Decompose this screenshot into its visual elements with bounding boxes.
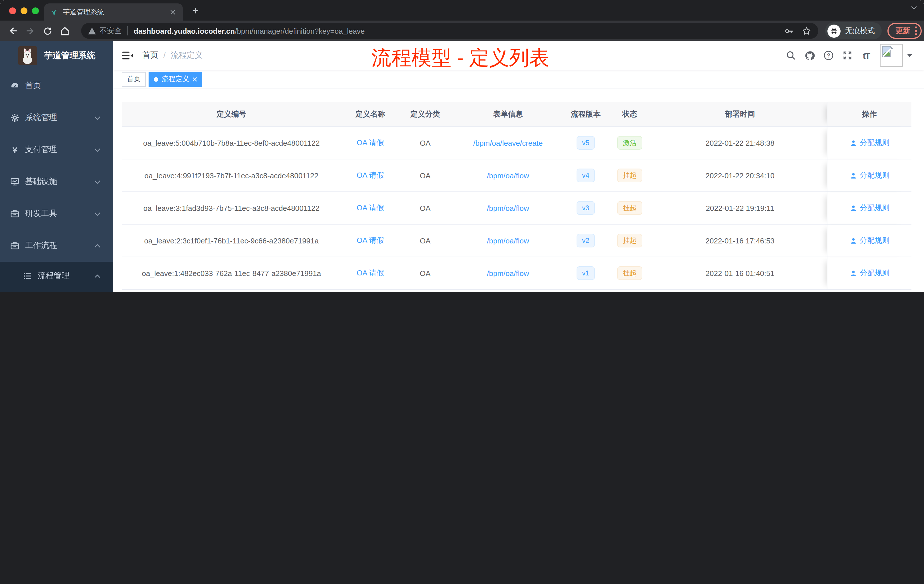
chevron-down-icon bbox=[94, 116, 101, 120]
sidebar-item-system[interactable]: 系统管理 bbox=[0, 102, 113, 134]
form-link[interactable]: /bpm/oa/flow bbox=[487, 269, 529, 277]
tab-strip: 芋道管理系统 + bbox=[0, 0, 924, 21]
table-row: oa_leave:2:3c1f0ef1-76b1-11ec-9c66-a2380… bbox=[122, 224, 911, 257]
window-controls bbox=[9, 7, 39, 14]
version-badge: v5 bbox=[576, 136, 595, 150]
sidebar-item-process-form[interactable]: 流程表单 bbox=[0, 290, 113, 292]
definition-name-link[interactable]: OA 请假 bbox=[356, 268, 384, 278]
browser-menu-icon[interactable] bbox=[915, 26, 917, 35]
sprout-favicon-icon bbox=[50, 8, 58, 16]
omnibox-divider bbox=[127, 26, 128, 35]
status-badge: 激活 bbox=[617, 136, 642, 150]
url-bar[interactable]: 不安全 dashboard.yudao.iocoder.cn/bpm/manag… bbox=[81, 23, 818, 39]
definition-name-link[interactable]: OA 请假 bbox=[356, 236, 384, 246]
page-content: 定义编号 定义名称 定义分类 表单信息 流程版本 状态 部署时间 操作 oa_l… bbox=[113, 89, 924, 292]
assign-rule-button[interactable]: 分配规则 bbox=[850, 268, 889, 278]
close-tag-icon[interactable] bbox=[193, 77, 197, 81]
help-icon[interactable]: ? bbox=[823, 50, 834, 61]
zoom-window-button[interactable] bbox=[32, 7, 39, 14]
dashboard-icon bbox=[10, 81, 20, 90]
form-link[interactable]: /bpm/oa/flow bbox=[487, 171, 529, 180]
back-icon[interactable] bbox=[5, 22, 22, 40]
definition-category: OA bbox=[399, 192, 451, 224]
user-icon bbox=[850, 139, 857, 147]
app-logo[interactable]: 芋道管理系统 bbox=[0, 41, 113, 70]
sidebar-toggle-icon[interactable] bbox=[122, 51, 133, 60]
definition-name-link[interactable]: OA 请假 bbox=[356, 170, 384, 181]
tag-home[interactable]: 首页 bbox=[122, 72, 146, 87]
user-icon bbox=[850, 172, 857, 179]
chevron-down-icon bbox=[94, 180, 101, 184]
version-badge: v3 bbox=[576, 201, 595, 215]
browser-window: 芋道管理系统 + 不安全 dashboard.yud bbox=[0, 0, 924, 292]
form-link[interactable]: /bpm/oa/flow bbox=[487, 236, 529, 245]
url-path: /bpm/manager/definition?key=oa_leave bbox=[235, 26, 365, 35]
sidebar-item-payment[interactable]: ¥ 支付管理 bbox=[0, 134, 113, 166]
workflow-submenu: 流程管理 流程表单 用户分组 bbox=[0, 262, 113, 292]
reload-icon[interactable] bbox=[39, 22, 56, 40]
tag-label: 首页 bbox=[127, 74, 140, 84]
sidebar-item-label: 基础设施 bbox=[25, 177, 57, 187]
sidebar-item-devtools[interactable]: 研发工具 bbox=[0, 198, 113, 230]
avatar[interactable] bbox=[880, 44, 903, 67]
deploy-time: 2022-01-22 19:19:11 bbox=[653, 192, 827, 224]
home-icon[interactable] bbox=[56, 22, 73, 40]
deploy-time: 2022-01-16 01:40:51 bbox=[653, 257, 827, 289]
assign-rule-button[interactable]: 分配规则 bbox=[850, 138, 889, 148]
user-icon bbox=[850, 269, 857, 277]
close-tab-icon[interactable] bbox=[168, 7, 177, 16]
breadcrumb-home[interactable]: 首页 bbox=[142, 50, 158, 59]
new-tab-button[interactable]: + bbox=[188, 4, 202, 18]
column-header: 部署时间 bbox=[653, 102, 827, 126]
tag-label: 流程定义 bbox=[162, 74, 189, 84]
status-badge: 挂起 bbox=[617, 201, 642, 215]
password-key-icon[interactable] bbox=[784, 26, 794, 36]
incognito-badge: 无痕模式 bbox=[825, 22, 882, 40]
search-icon[interactable] bbox=[786, 50, 796, 61]
form-link[interactable]: /bpm/oa/leave/create bbox=[474, 139, 543, 147]
browser-update-button[interactable]: 更新 bbox=[888, 23, 922, 39]
assign-rule-button[interactable]: 分配规则 bbox=[850, 170, 889, 181]
sidebar-item-process-management[interactable]: 流程管理 bbox=[0, 262, 113, 290]
not-secure-warning-icon bbox=[88, 27, 96, 35]
status-badge: 挂起 bbox=[617, 266, 642, 280]
github-icon[interactable] bbox=[805, 50, 815, 61]
assign-rule-button[interactable]: 分配规则 bbox=[850, 203, 889, 213]
definition-id: oa_leave:5:004b710b-7b8a-11ec-8ef0-acde4… bbox=[122, 127, 341, 159]
close-window-button[interactable] bbox=[9, 7, 16, 14]
app-title: 芋道管理系统 bbox=[44, 50, 96, 61]
chevron-down-icon bbox=[94, 148, 101, 152]
assign-rule-label: 分配规则 bbox=[860, 203, 889, 213]
column-header: 定义名称 bbox=[341, 102, 399, 126]
tag-process-definition[interactable]: 流程定义 bbox=[148, 72, 202, 87]
sidebar-item-label: 流程管理 bbox=[38, 271, 70, 281]
forward-icon[interactable] bbox=[22, 22, 39, 40]
sidebar-item-workflow[interactable]: 工作流程 bbox=[0, 230, 113, 262]
assign-rule-button[interactable]: 分配规则 bbox=[850, 236, 889, 246]
browser-toolbar: 不安全 dashboard.yudao.iocoder.cn/bpm/manag… bbox=[0, 21, 924, 41]
chevron-down-icon bbox=[94, 212, 101, 216]
font-size-icon[interactable]: tT bbox=[861, 50, 871, 61]
definition-name-link[interactable]: OA 请假 bbox=[356, 203, 384, 213]
fullscreen-icon[interactable] bbox=[842, 50, 853, 61]
definition-category: OA bbox=[399, 159, 451, 191]
definition-name-link[interactable]: OA 请假 bbox=[356, 138, 384, 148]
incognito-icon bbox=[827, 24, 841, 38]
url-domain: dashboard.yudao.iocoder.cn bbox=[134, 26, 235, 35]
table-header-row: 定义编号 定义名称 定义分类 表单信息 流程版本 状态 部署时间 操作 bbox=[122, 102, 911, 127]
avatar-caret-icon[interactable] bbox=[907, 54, 912, 57]
browser-tab[interactable]: 芋道管理系统 bbox=[44, 3, 183, 21]
bookmark-star-icon[interactable] bbox=[802, 26, 812, 36]
table-row: oa_leave:3:1fad3d93-7b75-11ec-a3c8-acde4… bbox=[122, 192, 911, 224]
active-dot-icon bbox=[154, 77, 158, 81]
list-icon bbox=[23, 271, 32, 280]
sidebar-item-infra[interactable]: 基础设施 bbox=[0, 166, 113, 198]
column-header: 定义分类 bbox=[399, 102, 451, 126]
security-label[interactable]: 不安全 bbox=[99, 26, 122, 36]
sidebar-item-home[interactable]: 首页 bbox=[0, 70, 113, 102]
form-link[interactable]: /bpm/oa/flow bbox=[487, 204, 529, 212]
minimize-window-button[interactable] bbox=[21, 7, 27, 14]
toolbox-icon bbox=[10, 209, 20, 218]
definition-category: OA bbox=[399, 257, 451, 289]
tab-search-chevron-icon[interactable] bbox=[911, 6, 917, 10]
